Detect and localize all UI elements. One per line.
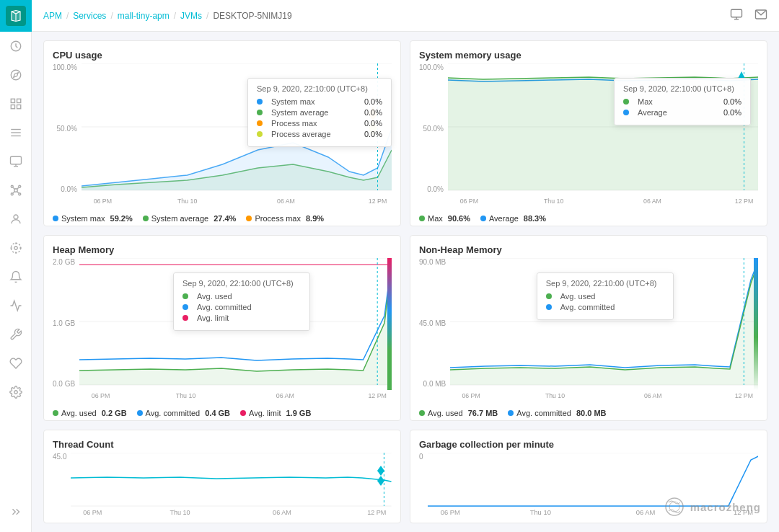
sidebar xyxy=(0,0,32,532)
nhm-tooltip: Sep 9, 2020, 22:10:00 (UTC+8) Avg. used … xyxy=(537,272,674,320)
svg-text:06 AM: 06 AM xyxy=(277,198,295,205)
nhm-legend-dot-2 xyxy=(508,410,514,416)
svg-text:06 PM: 06 PM xyxy=(94,198,112,205)
sm-y-min: 0.0% xyxy=(419,185,444,193)
svg-line-19 xyxy=(17,187,18,189)
thread-count-card: Thread Count 45.0 06 PM xyxy=(43,430,401,523)
sidebar-item-services[interactable] xyxy=(0,147,32,176)
heap-memory-card: Heap Memory 2.0 GB 1.0 GB 0.0 GB xyxy=(43,235,401,421)
svg-point-15 xyxy=(18,185,20,187)
cpu-legend-item-3: Process max 8.9% xyxy=(246,214,324,223)
heap-y-min: 0.0 GB xyxy=(53,380,75,388)
breadcrumb: APM / Services / mall-tiny-apm / JVMs / … xyxy=(43,11,292,21)
sm-dot-2 xyxy=(623,110,629,115)
watermark: macrozheng xyxy=(663,497,761,517)
svg-point-78 xyxy=(666,498,683,515)
heap-y-mid: 1.0 GB xyxy=(53,319,75,327)
svg-point-16 xyxy=(11,193,13,195)
cpu-legend-item-1: System max 59.2% xyxy=(53,214,133,223)
svg-rect-26 xyxy=(731,9,742,17)
nhm-legend-item-1: Avg. used 76.7 MB xyxy=(419,409,498,417)
breadcrumb-sep-3: / xyxy=(174,11,176,21)
cpu-dot-4 xyxy=(257,131,263,137)
heap-y-max: 2.0 GB xyxy=(53,258,75,266)
sm-legend-dot-2 xyxy=(480,216,486,221)
sm-y-mid: 50.0% xyxy=(419,125,444,133)
sidebar-item-settings[interactable] xyxy=(0,378,32,407)
svg-text:Thu 10: Thu 10 xyxy=(544,198,563,205)
nhm-y-max: 90.0 MB xyxy=(419,258,446,266)
svg-text:12 PM: 12 PM xyxy=(735,198,753,205)
sidebar-item-compass[interactable] xyxy=(0,61,32,89)
cpu-y-min: 0.0% xyxy=(53,185,77,193)
cpu-usage-card: CPU usage 100.0% 50.0% 0.0% xyxy=(43,40,401,226)
nhm-legend-item-2: Avg. committed 80.0 MB xyxy=(508,409,606,417)
svg-marker-70 xyxy=(377,466,384,476)
sidebar-item-nodes[interactable] xyxy=(0,176,32,205)
heap-legend-dot-3 xyxy=(240,410,246,416)
heap-legend: Avg. used 0.2 GB Avg. committed 0.4 GB A… xyxy=(53,409,392,417)
cpu-tooltip: Sep 9, 2020, 22:10:00 (UTC+8) System max… xyxy=(247,78,392,147)
cpu-legend-item-2: System average 27.4% xyxy=(143,214,237,223)
system-memory-card: System memory usage 100.0% 50.0% 0.0% xyxy=(410,40,767,226)
svg-text:06 PM: 06 PM xyxy=(440,509,459,516)
sidebar-item-integrations[interactable] xyxy=(0,234,32,262)
header: APM / Services / mall-tiny-apm / JVMs / … xyxy=(32,0,779,32)
svg-point-25 xyxy=(14,391,17,394)
svg-point-79 xyxy=(669,502,679,512)
svg-text:12 PM: 12 PM xyxy=(735,392,753,399)
nhm-tooltip-time: Sep 9, 2020, 22:10:00 (UTC+8) xyxy=(546,279,664,288)
breadcrumb-services[interactable]: Services xyxy=(73,11,106,21)
app-logo[interactable] xyxy=(0,0,32,32)
sidebar-item-clock[interactable] xyxy=(0,32,32,61)
nhm-dot-2 xyxy=(546,304,552,310)
svg-rect-5 xyxy=(11,105,14,109)
cpu-legend-val-2: 27.4% xyxy=(214,214,236,223)
cpu-y-max: 100.0% xyxy=(53,63,77,71)
breadcrumb-current: DESKTOP-5NIMJ19 xyxy=(213,11,291,21)
heap-legend-item-3: Avg. limit 1.9 GB xyxy=(240,409,311,417)
svg-text:Thu 10: Thu 10 xyxy=(545,392,565,399)
sidebar-item-health[interactable] xyxy=(0,349,32,378)
mail-icon[interactable] xyxy=(754,8,767,23)
tc-y-max: 45.0 xyxy=(53,453,66,461)
sm-dot-1 xyxy=(623,99,629,105)
watermark-text: macrozheng xyxy=(690,501,761,513)
heap-tooltip-row-2: Avg. committed xyxy=(182,303,301,311)
svg-text:06 PM: 06 PM xyxy=(84,509,102,516)
cpu-tooltip-row-1: System max 0.0% xyxy=(257,97,382,106)
sidebar-item-expand[interactable] xyxy=(0,497,32,526)
sm-tooltip-row-1: Max 0.0% xyxy=(623,97,741,106)
breadcrumb-jvms[interactable]: JVMs xyxy=(180,11,202,21)
breadcrumb-apm[interactable]: APM xyxy=(43,11,62,21)
svg-point-24 xyxy=(11,243,21,253)
svg-text:06 AM: 06 AM xyxy=(273,509,292,516)
monitor-icon[interactable] xyxy=(730,8,743,23)
heap-legend-val-1: 0.2 GB xyxy=(102,409,127,417)
sidebar-item-dashboard[interactable] xyxy=(0,89,32,118)
svg-text:06 PM: 06 PM xyxy=(460,198,478,205)
svg-text:06 AM: 06 AM xyxy=(644,392,662,399)
sm-legend-dot-1 xyxy=(419,216,425,221)
sm-legend-item-1: Max 90.6% xyxy=(419,214,470,223)
sidebar-item-user[interactable] xyxy=(0,205,32,234)
sm-legend-val-1: 90.6% xyxy=(448,214,470,223)
svg-point-17 xyxy=(18,193,20,195)
sidebar-item-tools[interactable] xyxy=(0,320,32,349)
nhm-y-mid: 45.0 MB xyxy=(419,319,446,327)
svg-line-18 xyxy=(13,187,14,189)
tc-cursor-marker xyxy=(377,466,384,486)
nhm-legend-val-1: 76.7 MB xyxy=(468,409,498,417)
nhm-legend-dot-1 xyxy=(419,410,425,416)
sidebar-item-alerts[interactable] xyxy=(0,262,32,291)
sidebar-item-list[interactable] xyxy=(0,118,32,147)
breadcrumb-sep-1: / xyxy=(66,11,69,21)
heap-tooltip-row-1: Avg. used xyxy=(182,292,301,301)
breadcrumb-mall[interactable]: mall-tiny-apm xyxy=(118,11,170,21)
svg-text:12 PM: 12 PM xyxy=(369,198,387,205)
non-heap-memory-title: Non-Heap Memory xyxy=(419,244,758,255)
sidebar-item-signal[interactable] xyxy=(0,291,32,320)
svg-line-21 xyxy=(17,192,18,193)
heap-legend-val-2: 0.4 GB xyxy=(205,409,230,417)
svg-text:06 AM: 06 AM xyxy=(643,198,661,205)
